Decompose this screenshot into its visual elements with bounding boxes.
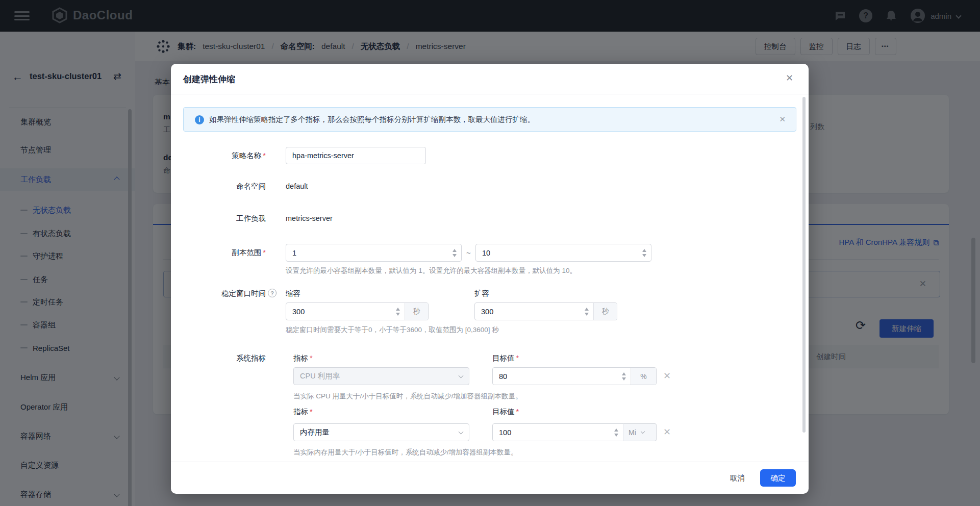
required-star: * (310, 408, 313, 416)
number-stepper[interactable] (580, 303, 593, 320)
scale-up-label: 扩容 (474, 288, 489, 298)
namespace-label: 命名空间 (183, 181, 266, 191)
namespace-value: default (286, 181, 308, 191)
range-separator: ~ (466, 248, 471, 257)
chevron-down-icon (459, 429, 464, 434)
divider (171, 94, 809, 94)
required-star: * (516, 408, 519, 416)
memory-metric-help: 当实际内存用量大于/小于目标值时，系统自动减少/增加容器组副本数量。 (293, 448, 518, 457)
seconds-unit: 秒 (593, 303, 617, 320)
stable-window-label: 稳定窗口时间 (183, 288, 266, 298)
metric-label: 指标* (293, 407, 313, 417)
metric-select-memory[interactable]: 内存用量 (293, 423, 469, 441)
memory-unit-select[interactable]: Mi (623, 423, 657, 441)
alert-close-icon[interactable]: ✕ (779, 115, 786, 124)
confirm-button[interactable]: 确定 (760, 469, 796, 487)
metric-select-cpu[interactable]: CPU 利用率 (293, 367, 469, 385)
number-stepper[interactable] (617, 368, 631, 385)
replica-range-label: 副本范围* (183, 247, 266, 258)
percent-unit: % (631, 368, 656, 385)
modal-footer: 取消 确定 (171, 462, 809, 494)
number-stepper[interactable] (610, 424, 623, 441)
remove-metric-icon[interactable]: ✕ (663, 371, 671, 381)
scale-down-window-input[interactable]: 秒 (286, 302, 429, 320)
app-root: DaoCloud ? admin (0, 0, 980, 506)
number-stepper[interactable] (448, 244, 461, 261)
modal-scrollbar[interactable] (802, 97, 806, 433)
system-metrics-label: 系统指标 (183, 353, 266, 363)
modal-title: 创建弹性伸缩 (183, 73, 235, 85)
target-label: 目标值* (492, 353, 519, 363)
cancel-button[interactable]: 取消 (730, 473, 745, 483)
chevron-down-icon (641, 429, 645, 434)
workload-value: metrics-server (286, 213, 333, 223)
memory-target-input[interactable] (492, 423, 623, 441)
cpu-target-input[interactable]: % (492, 367, 657, 385)
chevron-down-icon (459, 373, 464, 378)
min-replicas-input[interactable] (286, 244, 462, 262)
replica-range-help: 设置允许的最小容器组副本数量，默认值为 1。设置允许的最大容器组副本数量，默认值… (286, 266, 576, 275)
remove-metric-icon[interactable]: ✕ (663, 427, 671, 437)
required-star: * (263, 151, 266, 160)
required-star: * (263, 248, 266, 257)
info-icon: i (195, 115, 204, 124)
alert-text: 如果弹性伸缩策略指定了多个指标，那么会按照每个指标分别计算扩缩副本数，取最大值进… (209, 115, 535, 124)
modal-close-icon[interactable]: ✕ (786, 72, 793, 84)
policy-name-label: 策略名称* (183, 150, 266, 161)
target-label: 目标值* (492, 407, 519, 417)
cpu-metric-help: 当实际 CPU 用量大于/小于目标值时，系统自动减少/增加容器组副本数量。 (293, 392, 522, 401)
workload-label: 工作负载 (183, 213, 266, 223)
seconds-unit: 秒 (405, 303, 428, 320)
required-star: * (516, 354, 519, 362)
info-alert: i 如果弹性伸缩策略指定了多个指标，那么会按照每个指标分别计算扩缩副本数，取最大… (183, 107, 796, 132)
scale-down-label: 缩容 (286, 288, 300, 298)
number-stepper[interactable] (391, 303, 405, 320)
max-replicas-input[interactable] (475, 244, 651, 262)
stable-window-help: 稳定窗口时间需要大于等于0，小于等于3600，取值范围为 [0,3600] 秒 (286, 325, 499, 335)
required-star: * (310, 354, 313, 362)
policy-name-input[interactable] (286, 147, 426, 164)
metric-label: 指标* (293, 353, 313, 363)
number-stepper[interactable] (638, 244, 651, 261)
create-hpa-modal: 创建弹性伸缩 ✕ i 如果弹性伸缩策略指定了多个指标，那么会按照每个指标分别计算… (171, 64, 809, 494)
scale-up-window-input[interactable]: 秒 (474, 302, 617, 320)
question-icon[interactable]: ? (268, 289, 277, 297)
